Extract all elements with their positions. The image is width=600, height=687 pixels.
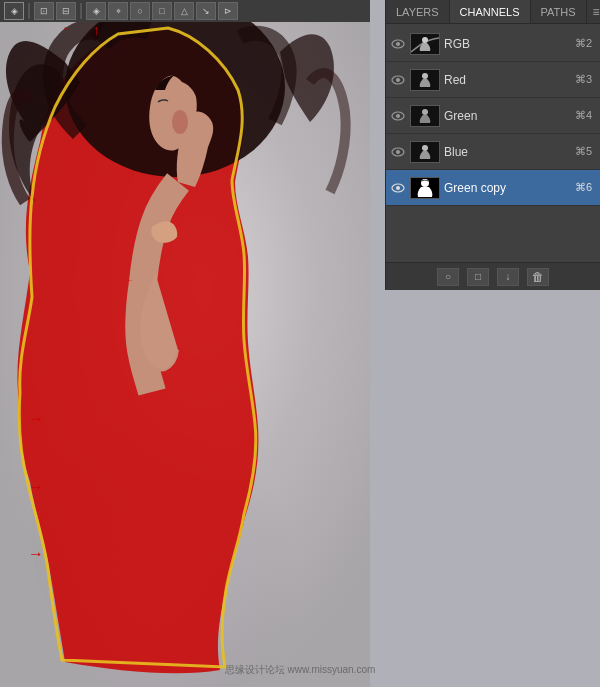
- toolbar-btn-line[interactable]: ↘: [196, 2, 216, 20]
- channel-name-green-copy: Green copy: [444, 181, 571, 195]
- channel-thumb-rgb: [410, 33, 440, 55]
- svg-point-19: [422, 145, 428, 151]
- bottom-icon-circle[interactable]: ○: [437, 268, 459, 286]
- toolbar-btn-mag[interactable]: ○: [130, 2, 150, 20]
- svg-point-5: [396, 42, 400, 46]
- channels-list: RGB ⌘2 Red: [386, 24, 600, 208]
- toolbar-btn-ellip[interactable]: △: [174, 2, 194, 20]
- channel-thumb-blue: [410, 141, 440, 163]
- channel-thumb-red: [410, 69, 440, 91]
- svg-point-11: [422, 73, 428, 79]
- toolbar-arrow-1: ↑: [62, 22, 69, 38]
- channel-name-blue: Blue: [444, 145, 571, 159]
- channel-thumb-green-copy: [410, 177, 440, 199]
- svg-point-13: [396, 114, 400, 118]
- channel-name-red: Red: [444, 73, 571, 87]
- channel-shortcut-blue: ⌘5: [575, 145, 592, 158]
- channel-name-green: Green: [444, 109, 571, 123]
- channel-shortcut-red: ⌘3: [575, 73, 592, 86]
- channel-row-blue[interactable]: Blue ⌘5: [386, 134, 600, 170]
- eye-icon-blue[interactable]: [390, 144, 406, 160]
- svg-point-7: [422, 37, 428, 43]
- toolbar-separator-1: [28, 3, 30, 19]
- toolbar-btn-magic[interactable]: ⊳: [218, 2, 238, 20]
- eye-icon-red[interactable]: [390, 72, 406, 88]
- body-arrow-2: →: [28, 478, 44, 496]
- panel-menu-icon[interactable]: ≡: [587, 1, 600, 23]
- channel-row-green[interactable]: Green ⌘4: [386, 98, 600, 134]
- toolbar-btn-poly[interactable]: ⌖: [108, 2, 128, 20]
- svg-point-15: [422, 109, 428, 115]
- channel-name-rgb: RGB: [444, 37, 571, 51]
- eye-icon-green[interactable]: [390, 108, 406, 124]
- panel-tabs: LAYERS CHANNELS PATHS ≡: [386, 0, 600, 24]
- panel-bottom: ○ □ ↓ 🗑: [386, 262, 600, 290]
- eye-icon-green-copy[interactable]: [390, 180, 406, 196]
- tab-channels[interactable]: CHANNELS: [450, 0, 531, 23]
- tab-paths[interactable]: PATHS: [531, 0, 587, 23]
- toolbar-btn-marquee2[interactable]: ⊟: [56, 2, 76, 20]
- toolbar-btn-rect[interactable]: □: [152, 2, 172, 20]
- bottom-icon-save[interactable]: ↓: [497, 268, 519, 286]
- eye-icon-rgb[interactable]: [390, 36, 406, 52]
- toolbar-btn-select[interactable]: ◈: [4, 2, 24, 20]
- channel-shortcut-green-copy: ⌘6: [575, 181, 592, 194]
- toolbar-btn-marquee1[interactable]: ⊡: [34, 2, 54, 20]
- tab-layers[interactable]: LAYERS: [386, 0, 450, 23]
- channel-thumb-green: [410, 105, 440, 127]
- main-canvas-svg: [0, 22, 370, 687]
- channel-row-green-copy[interactable]: Green copy ⌘6: [386, 170, 600, 206]
- bottom-icon-delete[interactable]: 🗑: [527, 268, 549, 286]
- channel-row-red[interactable]: Red ⌘3: [386, 62, 600, 98]
- toolbar-separator-2: [80, 3, 82, 19]
- channel-row-rgb[interactable]: RGB ⌘2: [386, 26, 600, 62]
- body-arrow-3: →: [28, 545, 44, 563]
- svg-point-21: [396, 186, 400, 190]
- canvas-area: ◈ ⊡ ⊟ ◈ ⌖ ○ □ △ ↘ ⊳ ↑ ↑ → → → LAYERS CHA…: [0, 0, 600, 687]
- svg-point-17: [396, 150, 400, 154]
- svg-point-3: [172, 110, 188, 134]
- channel-shortcut-green: ⌘4: [575, 109, 592, 122]
- bottom-icon-square[interactable]: □: [467, 268, 489, 286]
- svg-point-9: [396, 78, 400, 82]
- channel-shortcut-rgb: ⌘2: [575, 37, 592, 50]
- toolbar-arrow-2: ↑: [93, 22, 100, 38]
- channels-panel: LAYERS CHANNELS PATHS ≡: [385, 0, 600, 290]
- toolbar: ◈ ⊡ ⊟ ◈ ⌖ ○ □ △ ↘ ⊳: [0, 0, 370, 22]
- watermark: 思缘设计论坛 www.missyuan.com: [225, 663, 376, 677]
- toolbar-btn-lasso[interactable]: ◈: [86, 2, 106, 20]
- body-arrow-1: →: [28, 410, 44, 428]
